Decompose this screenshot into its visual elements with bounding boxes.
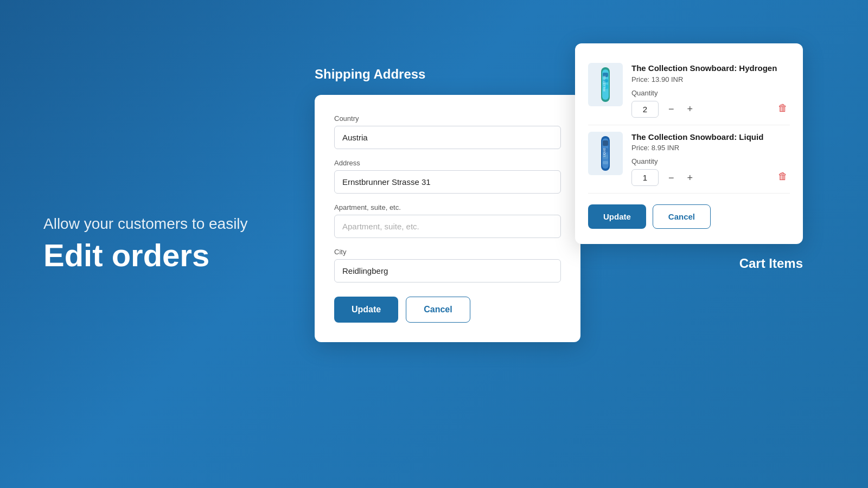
item-2-qty-row: 1 − + 🗑	[631, 169, 790, 187]
svg-rect-9	[603, 140, 608, 146]
item-2-details: The Collection Snowboard: Liquid Price: …	[631, 132, 790, 187]
cart-cancel-button[interactable]: Cancel	[653, 204, 711, 229]
shipping-button-row: Update Cancel	[334, 297, 561, 323]
cart-item-2: LIQUID The Collection Snowboard: Liquid …	[588, 125, 790, 194]
item-1-image: FREESTYLE	[588, 63, 623, 106]
country-input[interactable]	[334, 126, 561, 149]
cart-button-row: Update Cancel	[588, 204, 790, 229]
city-label: City	[334, 248, 561, 256]
item-1-qty-row: 2 − + 🗑	[631, 100, 790, 118]
item-2-decrement-button[interactable]: −	[665, 172, 678, 184]
country-group: Country	[334, 114, 561, 149]
item-2-qty-label: Quantity	[631, 157, 790, 165]
item-2-increment-button[interactable]: +	[684, 172, 697, 184]
item-1-qty-label: Quantity	[631, 89, 790, 97]
country-label: Country	[334, 114, 561, 123]
city-group: City	[334, 248, 561, 282]
hero-section: Allow your customers to easily Edit orde…	[43, 215, 248, 273]
address-label: Address	[334, 159, 561, 167]
item-2-delete-button[interactable]: 🗑	[776, 169, 790, 184]
item-1-increment-button[interactable]: +	[684, 103, 697, 115]
shipping-cancel-button[interactable]: Cancel	[406, 297, 470, 323]
address-input[interactable]	[334, 170, 561, 194]
item-1-price: Price: 13.90 INR	[631, 75, 790, 84]
apartment-input[interactable]	[334, 215, 561, 238]
trash-icon-2: 🗑	[778, 171, 788, 182]
hero-subtitle: Allow your customers to easily	[43, 215, 248, 233]
cart-items-card: FREESTYLE The Collection Snowboard: Hydr…	[575, 43, 803, 244]
item-1-delete-button[interactable]: 🗑	[776, 100, 790, 116]
item-1-decrement-button[interactable]: −	[665, 103, 678, 115]
item-1-name: The Collection Snowboard: Hydrogen	[631, 63, 790, 74]
hero-title: Edit orders	[43, 237, 248, 273]
item-2-name: The Collection Snowboard: Liquid	[631, 132, 790, 143]
item-1-details: The Collection Snowboard: Hydrogen Price…	[631, 63, 790, 118]
cart-item-1: FREESTYLE The Collection Snowboard: Hydr…	[588, 56, 790, 125]
item-1-qty-value: 2	[631, 101, 659, 118]
apartment-group: Apartment, suite, etc.	[334, 203, 561, 238]
cart-card-title: Cart Items	[739, 256, 803, 271]
trash-icon: 🗑	[778, 102, 788, 113]
shipping-update-button[interactable]: Update	[334, 297, 398, 323]
shipping-card-title: Shipping Address	[315, 67, 425, 82]
svg-text:LIQUID: LIQUID	[603, 147, 606, 157]
address-group: Address	[334, 159, 561, 194]
item-2-qty-value: 1	[631, 169, 659, 186]
cart-update-button[interactable]: Update	[588, 204, 646, 229]
svg-text:FREESTYLE: FREESTYLE	[603, 75, 606, 92]
apartment-label: Apartment, suite, etc.	[334, 203, 561, 211]
city-input[interactable]	[334, 259, 561, 282]
item-2-image: LIQUID	[588, 132, 623, 175]
item-2-price: Price: 8.95 INR	[631, 144, 790, 152]
shipping-address-card: Shipping Address Country Address Apartme…	[315, 95, 580, 342]
svg-rect-12	[603, 161, 608, 164]
